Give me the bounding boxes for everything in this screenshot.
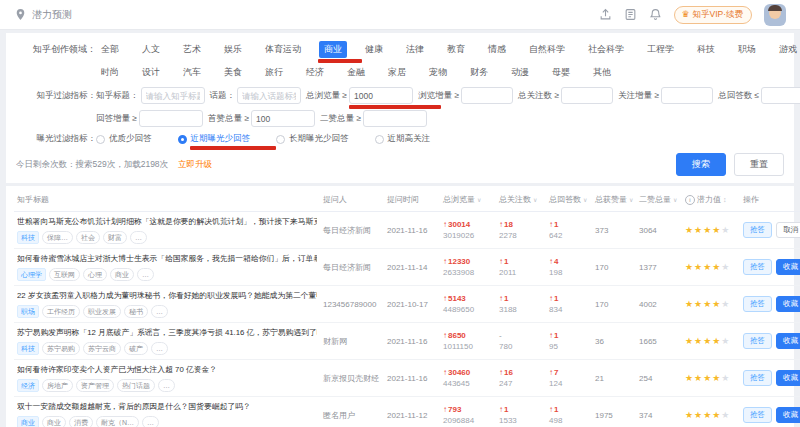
grab-answer-button[interactable]: 抢答: [743, 222, 772, 238]
topic-tag[interactable]: 消费: [69, 416, 93, 427]
category-item[interactable]: 艺术: [178, 41, 206, 58]
topic-tag[interactable]: …: [142, 416, 159, 427]
sort-caret-icon[interactable]: ∨: [629, 197, 633, 203]
topic-tag[interactable]: 苏宁易购: [42, 342, 80, 355]
favorite-button[interactable]: 收藏: [776, 370, 800, 386]
filter-input[interactable]: [561, 87, 613, 104]
topic-tag[interactable]: 财富: [103, 231, 127, 244]
category-item[interactable]: 法律: [401, 41, 429, 58]
document-icon[interactable]: [624, 8, 637, 21]
category-item[interactable]: 娱乐: [219, 41, 247, 58]
category-item[interactable]: 游戏: [774, 41, 800, 58]
search-button[interactable]: 搜索: [676, 153, 726, 176]
category-item[interactable]: 动漫: [506, 64, 534, 81]
topic-tag[interactable]: 社会: [76, 231, 100, 244]
filter-input[interactable]: [349, 87, 413, 104]
exposure-radio[interactable]: 长期曝光少回答: [276, 133, 349, 145]
category-item[interactable]: 母婴: [547, 64, 575, 81]
filter-input[interactable]: [251, 110, 315, 127]
grab-answer-button[interactable]: 抢答: [743, 259, 772, 275]
cancel-button[interactable]: 取消: [776, 222, 800, 238]
topic-tag[interactable]: 热门话题: [117, 379, 155, 392]
category-item[interactable]: 体育运动: [260, 41, 306, 58]
upgrade-link[interactable]: 立即升级: [178, 159, 212, 171]
favorite-button[interactable]: 收藏: [776, 407, 800, 423]
sort-caret-icon[interactable]: ∨: [477, 197, 481, 203]
grab-answer-button[interactable]: 抢答: [743, 333, 772, 349]
grab-answer-button[interactable]: 抢答: [743, 407, 772, 423]
topic-tag[interactable]: 破产: [124, 342, 148, 355]
question-title[interactable]: 如何看待许家印变卖个人资产已为恒大注入超 70 亿资金？: [17, 364, 317, 375]
category-item[interactable]: 时尚: [96, 64, 124, 81]
category-item[interactable]: 汽车: [178, 64, 206, 81]
category-item[interactable]: 工程学: [642, 41, 679, 58]
filter-input[interactable]: [141, 87, 205, 104]
user-avatar[interactable]: [764, 4, 786, 26]
topic-tag[interactable]: …: [158, 379, 175, 392]
filter-input[interactable]: [237, 87, 301, 104]
favorite-button[interactable]: 收藏: [776, 333, 800, 349]
column-header[interactable]: i潜力值↕: [682, 188, 740, 212]
filter-input[interactable]: [139, 110, 203, 127]
column-header[interactable]: 总关注数∨: [496, 188, 546, 212]
category-item[interactable]: 旅行: [260, 64, 288, 81]
filter-input[interactable]: [661, 87, 713, 104]
sort-caret-icon[interactable]: ∨: [533, 197, 537, 203]
exposure-radio[interactable]: 近期高关注: [375, 133, 431, 145]
exposure-radio[interactable]: 近期曝光少回答: [178, 133, 251, 145]
column-header[interactable]: 总获赞量∨: [592, 188, 636, 212]
topic-tag[interactable]: 心理: [83, 268, 107, 281]
topic-tag[interactable]: 职业发展: [83, 305, 121, 318]
vip-badge[interactable]: ♛知乎VIP·续费: [674, 6, 752, 24]
filter-input[interactable]: [461, 87, 513, 104]
column-header[interactable]: 总回答数∨: [546, 188, 592, 212]
category-item[interactable]: 职场: [733, 41, 761, 58]
category-item[interactable]: 设计: [137, 64, 165, 81]
topic-tag[interactable]: 房地产: [42, 379, 73, 392]
topic-tag[interactable]: 保障…: [42, 231, 73, 244]
category-item[interactable]: 其他: [588, 64, 616, 81]
sort-arrows-icon[interactable]: ↕: [723, 196, 727, 203]
category-item[interactable]: 自然科学: [524, 41, 570, 58]
question-title[interactable]: 双十一安踏成交额超越耐克，背后的原因是什么？国货要崛起了吗？: [17, 401, 317, 412]
category-item[interactable]: 家居: [383, 64, 411, 81]
reset-button[interactable]: 重置: [734, 153, 784, 176]
topic-tag[interactable]: 商业: [42, 416, 66, 427]
question-title[interactable]: 22 岁女孩孟羽童入职格力成为董明珠秘书，你看好她的职业发展吗？她能成为第二个董…: [17, 290, 317, 301]
topic-tag[interactable]: 工作经历: [42, 305, 80, 318]
topic-tag[interactable]: 互联网: [49, 268, 80, 281]
category-item[interactable]: 教育: [442, 41, 470, 58]
column-header[interactable]: 二赞总量∨: [636, 188, 682, 212]
topic-tag[interactable]: 秘书: [124, 305, 148, 318]
topic-tag[interactable]: …: [151, 305, 168, 318]
category-item[interactable]: 情感: [483, 41, 511, 58]
filter-input[interactable]: [363, 110, 427, 127]
topic-tag[interactable]: …: [137, 268, 154, 281]
category-item[interactable]: 人文: [137, 41, 165, 58]
category-item[interactable]: 健康: [360, 41, 388, 58]
topic-tag[interactable]: 苏宁云商: [83, 342, 121, 355]
topic-tag[interactable]: …: [151, 342, 168, 355]
sort-caret-icon[interactable]: ∨: [583, 197, 587, 203]
category-item[interactable]: 经济: [301, 64, 329, 81]
grab-answer-button[interactable]: 抢答: [743, 296, 772, 312]
question-title[interactable]: 苏宁易购发声明称「12 月底破产」系谣言，三季度其净亏损 41.16 亿，苏宁易…: [17, 327, 317, 338]
category-item[interactable]: 财务: [465, 64, 493, 81]
grab-answer-button[interactable]: 抢答: [743, 370, 772, 386]
category-item[interactable]: 全部: [96, 41, 124, 58]
category-item[interactable]: 金融: [342, 64, 370, 81]
category-item[interactable]: 美食: [219, 64, 247, 81]
category-item[interactable]: 宠物: [424, 64, 452, 81]
topic-tag[interactable]: 资产管理: [76, 379, 114, 392]
topic-tag[interactable]: …: [130, 231, 147, 244]
question-title[interactable]: 世粮署向马斯克公布饥荒计划明细称「这就是你要的解决饥荒计划」，预计接下来马斯克会…: [17, 216, 317, 227]
share-icon[interactable]: [599, 8, 612, 21]
category-item[interactable]: 科技: [692, 41, 720, 58]
sort-caret-icon[interactable]: ∨: [673, 197, 677, 203]
topic-tag[interactable]: 商业: [110, 268, 134, 281]
category-item[interactable]: 商业: [319, 41, 347, 58]
exposure-radio[interactable]: 优质少回答: [96, 133, 152, 145]
filter-input[interactable]: [761, 87, 800, 104]
question-title[interactable]: 如何看待蜜雪冰城店主对浙大博士生表示「给国家服务，我先捐一箱给你们」后，订单暴涨…: [17, 253, 317, 264]
column-header[interactable]: 总浏览量∨: [440, 188, 496, 212]
